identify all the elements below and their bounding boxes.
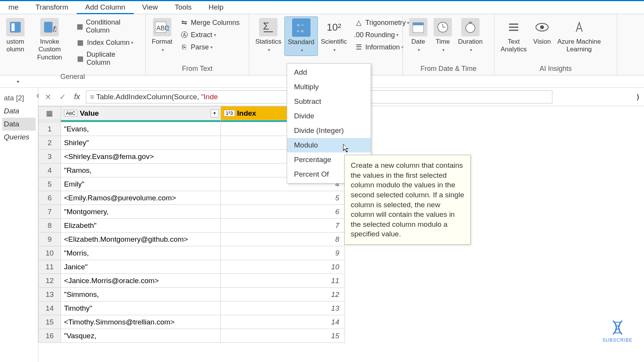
formula-cancel-button[interactable]: ✕ [42, 91, 54, 103]
row-number: 15 [39, 315, 61, 329]
table-row[interactable]: 14Timothy"13 [39, 301, 345, 315]
conditional-icon: ▦ [76, 22, 84, 31]
custom-column-button[interactable]: ustomolumn [3, 16, 28, 55]
cell-index[interactable]: 12 [220, 288, 345, 301]
cell-index[interactable]: 8 [220, 233, 345, 246]
menu-home[interactable]: me [0, 1, 27, 14]
query-item[interactable]: Data [2, 118, 36, 131]
query-item[interactable]: Queries [2, 131, 36, 144]
cell-value[interactable]: <Elizabeth.Montgomery@github.com> [61, 233, 220, 246]
time-button[interactable]: Time▾ [430, 16, 455, 55]
row-number: 8 [39, 219, 61, 233]
invoke-custom-function-button[interactable]: fx Invoke CustomFunction [28, 16, 72, 63]
table-row[interactable]: 15<Timothy.Simmons@trellian.com>14 [39, 315, 345, 329]
svg-point-21 [540, 25, 544, 29]
cell-index[interactable]: 14 [220, 315, 345, 329]
table-row[interactable]: 9<Elizabeth.Montgomery@github.com>8 [39, 233, 345, 246]
table-row[interactable]: 7"Montgomery,6 [39, 205, 345, 219]
scientific-icon: 10² [325, 18, 343, 36]
dropdown-item-divide[interactable]: Divide [287, 109, 371, 123]
cell-index[interactable]: 13 [220, 301, 345, 315]
date-button[interactable]: Date▾ [406, 16, 430, 55]
cell-index[interactable]: 11 [220, 274, 345, 288]
cell-value[interactable]: "Montgomery, [61, 205, 220, 219]
cell-value[interactable]: Elizabeth" [61, 219, 220, 233]
standard-icon: + −÷ × [292, 18, 310, 37]
chevron-down-icon: ▾ [418, 48, 420, 52]
index-column-button[interactable]: ▦Index Column▾ [74, 37, 140, 48]
table-row[interactable]: 11Janice"10 [39, 260, 345, 274]
cell-value[interactable]: <Emily.Ramos@purevolume.com> [61, 191, 220, 205]
cell-value[interactable]: <Shirley.Evans@fema.gov> [61, 150, 220, 164]
vision-button[interactable]: Vision [530, 16, 554, 47]
duplicate-column-button[interactable]: ▦Duplicate Column [74, 49, 140, 68]
queries-header: ata [2] [2, 92, 36, 105]
row-number: 7 [39, 205, 61, 219]
statistics-button[interactable]: Σ Statistics▾ [252, 16, 284, 55]
format-button[interactable]: ABC Format▾ [149, 16, 176, 55]
table-row[interactable]: 13"Simmons,12 [39, 288, 345, 301]
dropdown-item-multiply[interactable]: Multiply [287, 80, 371, 94]
svg-text:fx: fx [53, 25, 56, 33]
cell-value[interactable]: Janice" [61, 260, 220, 274]
time-icon [434, 18, 452, 36]
duration-button[interactable]: Duration▾ [455, 16, 486, 55]
chevron-down-icon: ▾ [301, 48, 303, 52]
menu-tools[interactable]: Tools [166, 1, 200, 14]
cell-value[interactable]: Shirley" [61, 136, 220, 150]
filter-dropdown-icon[interactable]: ▾ [210, 109, 219, 118]
table-row[interactable]: 6<Emily.Ramos@purevolume.com>5 [39, 191, 345, 205]
cell-value[interactable]: <Timothy.Simmons@trellian.com> [61, 315, 220, 329]
cell-value[interactable]: "Vasquez, [61, 329, 220, 343]
cell-value[interactable]: Emily" [61, 177, 220, 191]
conditional-column-button[interactable]: ▦Conditional Column [74, 17, 140, 36]
cell-index[interactable]: 10 [220, 260, 345, 274]
menu-transform[interactable]: Transform [27, 1, 77, 14]
collapse-chevron-icon[interactable]: ‹ [36, 90, 39, 101]
fx-icon[interactable]: fx [71, 91, 83, 103]
query-item[interactable]: Data [2, 105, 36, 118]
row-number: 16 [39, 329, 61, 343]
dropdown-item-modulo[interactable]: Modulo [287, 138, 371, 152]
cell-index[interactable]: 15 [220, 329, 345, 343]
cell-index[interactable]: 7 [220, 219, 345, 233]
svg-text:÷ ×: ÷ × [297, 28, 304, 34]
rounding-icon: .00 [355, 31, 363, 39]
menu-help[interactable]: Help [200, 1, 232, 14]
merge-columns-button[interactable]: ⇋Merge Columns [178, 17, 242, 28]
cell-index[interactable]: 9 [220, 246, 345, 260]
corner-cell[interactable]: ▦ [39, 106, 61, 120]
table-row[interactable]: 16"Vasquez,15 [39, 329, 345, 343]
azure-ml-button[interactable]: Azure MachineLearning [554, 16, 604, 55]
svg-text:+ −: + − [297, 22, 304, 28]
cell-index[interactable]: 5 [220, 191, 345, 205]
column-header-value[interactable]: ABCValue ▾ [61, 106, 220, 120]
cell-value[interactable]: <Janice.Morris@oracle.com> [61, 274, 220, 288]
menu-add-column[interactable]: Add Column [77, 1, 134, 14]
extract-button[interactable]: ⒶExtract▾ [178, 29, 242, 40]
dropdown-item-add[interactable]: Add [287, 65, 371, 80]
cell-value[interactable]: "Simmons, [61, 288, 220, 301]
cell-value[interactable]: "Ramos, [61, 164, 220, 177]
table-row[interactable]: 8Elizabeth"7 [39, 219, 345, 233]
parse-button[interactable]: ⎘Parse▾ [178, 42, 242, 52]
row-number: 13 [39, 288, 61, 301]
standard-button[interactable]: + −÷ × Standard▾ [284, 16, 318, 56]
dropdown-item-divide-integer-[interactable]: Divide (Integer) [287, 123, 371, 138]
table-row[interactable]: 10"Morris,9 [39, 246, 345, 260]
cell-value[interactable]: "Morris, [61, 246, 220, 260]
scientific-button[interactable]: 10² Scientific▾ [318, 16, 350, 55]
table-row[interactable]: 12<Janice.Morris@oracle.com>11 [39, 274, 345, 288]
formula-commit-button[interactable]: ✓ [57, 91, 68, 103]
cell-value[interactable]: "Evans, [61, 122, 220, 136]
cell-value[interactable]: Timothy" [61, 301, 220, 315]
svg-rect-1 [12, 23, 15, 31]
chevron-down-icon: ▾ [268, 48, 270, 52]
dropdown-item-subtract[interactable]: Subtract [287, 94, 371, 109]
svg-rect-16 [469, 22, 472, 23]
text-analytics-button[interactable]: TextAnalytics [498, 16, 530, 55]
menu-view[interactable]: View [134, 1, 166, 14]
cell-index[interactable]: 6 [220, 205, 345, 219]
row-number: 2 [39, 136, 61, 150]
subscribe-badge[interactable]: SUBSCRIBE [603, 318, 632, 343]
